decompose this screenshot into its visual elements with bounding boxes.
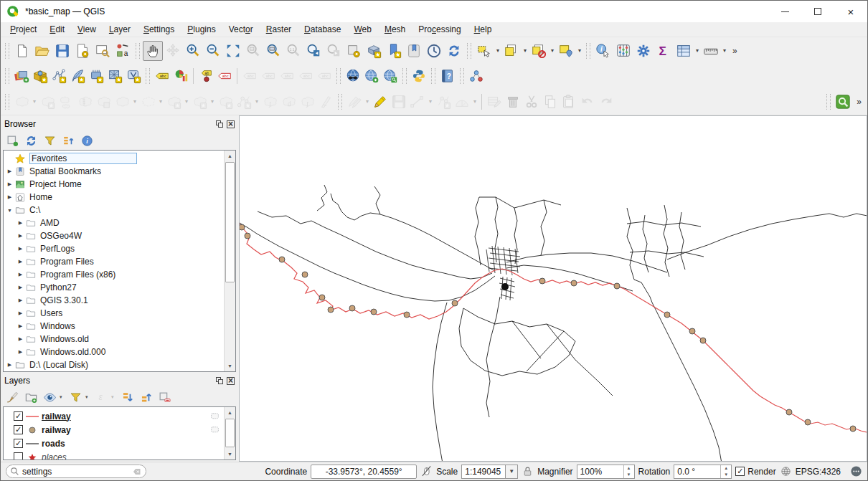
expander-icon[interactable]: ▶ (16, 272, 25, 277)
current-edits-dropdown-icon[interactable]: ▾ (31, 98, 38, 105)
manage-map-themes-button[interactable] (41, 389, 58, 406)
current-edits-button[interactable] (12, 92, 31, 111)
browser-item-c[interactable]: ▼C:\ (4, 204, 223, 216)
expander-icon[interactable]: ▶ (16, 323, 25, 329)
select-features-button[interactable] (474, 41, 494, 61)
filter-browser-button[interactable] (41, 132, 58, 149)
menu-vector[interactable]: Vector (222, 22, 260, 37)
delete-selected-button[interactable] (504, 92, 522, 111)
close-button[interactable]: × (834, 1, 867, 22)
new-geopackage-layer-button[interactable] (31, 67, 49, 85)
memory-layer-indicator-icon[interactable] (209, 425, 221, 434)
advanced-digitizing-button[interactable] (453, 92, 471, 111)
curve-tool-1-button[interactable]: ∫ (260, 92, 279, 111)
undo-button[interactable] (578, 92, 597, 111)
modify-attributes-button[interactable] (485, 92, 504, 111)
add-web-service-layer-button[interactable] (362, 67, 381, 85)
browser-item-program-files-x86[interactable]: ▶Program Files (x86) (4, 268, 223, 281)
processing-toolbox-button[interactable] (633, 41, 654, 61)
zoom-last-button[interactable] (303, 41, 324, 61)
messages-bubble-icon[interactable] (850, 465, 862, 477)
show-layout-manager-button[interactable] (93, 41, 113, 61)
expand-all-button[interactable] (118, 389, 136, 406)
open-data-source-manager-button[interactable] (12, 67, 31, 85)
zoom-in-button[interactable] (183, 41, 203, 61)
locator-search-button[interactable] (834, 92, 852, 111)
layer-row-places-marker-red[interactable]: places (4, 450, 223, 459)
add-group-button[interactable] (22, 389, 39, 406)
browser-item-windows[interactable]: ▶Windows (4, 320, 223, 333)
vertex-marker-settings-button[interactable] (235, 92, 253, 111)
new-project-button[interactable] (12, 41, 32, 61)
delete-ring-button[interactable] (216, 92, 235, 111)
browser-item-perflogs[interactable]: ▶PerfLogs (4, 242, 223, 255)
layer-visibility-checkbox[interactable]: ✓ (14, 425, 23, 434)
paste-features-button[interactable] (560, 92, 578, 111)
browser-item-home[interactable]: ▶Home (4, 191, 223, 204)
filter-by-expression-button[interactable]: ε (93, 389, 110, 406)
save-layer-edits-button[interactable] (390, 92, 408, 111)
menu-help[interactable]: Help (468, 22, 499, 37)
zoom-full-button[interactable] (223, 41, 243, 61)
multi-edit-dropdown-icon[interactable]: ▾ (364, 98, 371, 105)
redo-button[interactable] (597, 92, 615, 111)
scroll-down-arrow-icon[interactable]: ▼ (225, 449, 235, 459)
new-map-view-button[interactable] (344, 41, 364, 61)
toggle-extents-mouse-icon[interactable] (420, 465, 433, 477)
browser-item-project-home[interactable]: ▶Project Home (4, 178, 223, 191)
layers-float-button[interactable] (216, 377, 223, 384)
browser-item-qgis-3-30-1[interactable]: ▶QGIS 3.30.1 (4, 294, 223, 307)
spin-up-icon[interactable]: ▲ (624, 465, 634, 472)
merge-features-button[interactable] (75, 92, 94, 111)
browser-close-button[interactable]: × (227, 120, 235, 128)
open-layer-styling-button[interactable] (4, 389, 21, 406)
new-temporary-scratch-layer-button[interactable] (87, 67, 105, 85)
offset-curve-button[interactable] (113, 92, 131, 111)
coordinate-input[interactable]: -33.9573°, 20.4559° (311, 465, 417, 479)
copy-features-button[interactable] (541, 92, 560, 111)
layer-visibility-checkbox[interactable]: ✓ (14, 439, 23, 448)
filter-by-expression-dropdown-icon[interactable]: ▾ (111, 394, 117, 400)
menu-database[interactable]: Database (298, 22, 347, 37)
select-by-location-dropdown-icon[interactable]: ▾ (576, 47, 583, 54)
fill-ring-button[interactable] (190, 92, 209, 111)
expander-icon[interactable]: ▶ (5, 194, 14, 200)
pin-labels-button[interactable]: ab (197, 67, 215, 85)
browser-item-windows-old[interactable]: ▶Windows.old (4, 333, 223, 346)
scale-combobox[interactable]: 1:149045 ▼ (461, 465, 518, 479)
measure-line-button[interactable] (701, 41, 721, 61)
expander-icon[interactable]: ▶ (16, 297, 25, 303)
advanced-digitizing-dropdown-icon[interactable]: ▾ (471, 98, 478, 105)
simplify-feature-button[interactable] (138, 92, 157, 111)
new-mesh-layer-button[interactable] (105, 67, 124, 85)
expander-icon[interactable]: ▶ (16, 220, 25, 226)
zoom-out-button[interactable] (203, 41, 223, 61)
deselect-features-dropdown-icon[interactable]: ▾ (549, 47, 556, 54)
manage-map-themes-dropdown-icon[interactable]: ▾ (60, 394, 65, 400)
collapse-all-browser-button[interactable] (60, 132, 77, 149)
layer-visibility-checkbox[interactable] (14, 452, 23, 459)
help-contents-button[interactable]: ? (438, 67, 457, 85)
menu-layer[interactable]: Layer (103, 22, 137, 37)
select-features-by-value-dropdown-icon[interactable]: ▾ (522, 47, 529, 54)
scroll-up-arrow-icon[interactable]: ▲ (225, 151, 235, 161)
simplify-feature-dropdown-icon[interactable]: ▾ (157, 98, 164, 105)
expander-icon[interactable]: ▶ (5, 168, 14, 174)
new-3d-map-view-button[interactable] (364, 41, 384, 61)
lock-scale-icon[interactable] (522, 465, 534, 477)
crs-globe-icon[interactable] (780, 465, 792, 477)
add-selected-layers-button[interactable] (4, 132, 21, 149)
layer-diagram-options-button[interactable] (171, 67, 190, 85)
menu-view[interactable]: View (71, 22, 103, 37)
vertex-tool-button[interactable] (434, 92, 453, 111)
clear-search-icon[interactable] (132, 467, 142, 476)
scale-dropdown-icon[interactable]: ▼ (506, 465, 518, 479)
pin-unpin-labels-button[interactable]: abc (240, 67, 259, 85)
menu-edit[interactable]: Edit (43, 22, 71, 37)
filter-legend-button[interactable] (67, 389, 84, 406)
select-features-dropdown-icon[interactable]: ▾ (494, 47, 501, 54)
toolbar-overflow-button[interactable]: » (852, 97, 866, 107)
expander-icon[interactable]: ▶ (16, 310, 25, 316)
layer-labeling-options-button[interactable]: abc (153, 67, 171, 85)
menu-settings[interactable]: Settings (137, 22, 181, 37)
